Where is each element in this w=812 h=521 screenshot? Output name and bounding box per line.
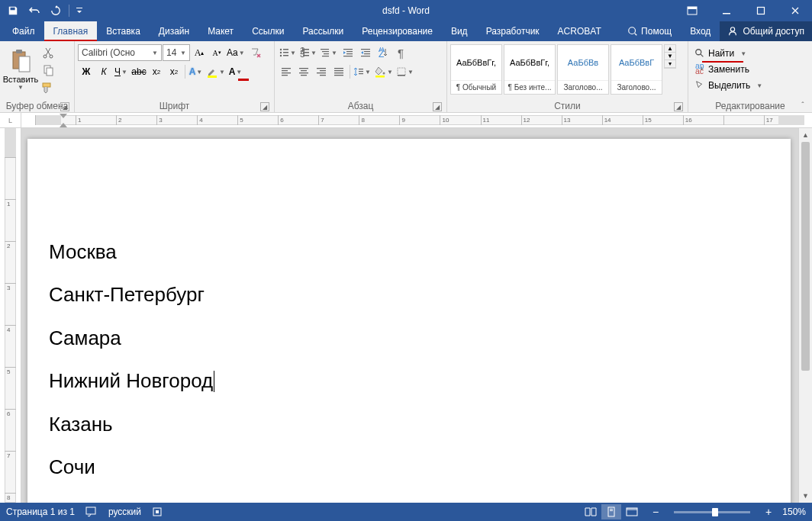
align-left-button[interactable] bbox=[278, 63, 295, 80]
highlight-button[interactable]: ▼ bbox=[205, 63, 227, 80]
align-center-button[interactable] bbox=[295, 63, 312, 80]
paragraph[interactable]: Санкт-Петербург bbox=[49, 281, 791, 308]
paragraph-dialog-launcher[interactable]: ◢ bbox=[433, 102, 442, 111]
read-mode-button[interactable] bbox=[581, 504, 601, 519]
close-button[interactable] bbox=[778, 0, 812, 21]
svg-rect-36 bbox=[364, 51, 370, 52]
decrease-indent-button[interactable] bbox=[340, 44, 356, 61]
style-item[interactable]: АаБбВвЗаголово... bbox=[557, 44, 609, 95]
paragraph[interactable]: Казань bbox=[49, 410, 791, 438]
tab-view[interactable]: Вид bbox=[442, 21, 477, 41]
subscript-button[interactable]: x2 bbox=[148, 63, 165, 80]
styles-scroll[interactable]: ▲▼▾ bbox=[664, 44, 676, 69]
strikethrough-button[interactable]: abc bbox=[130, 63, 147, 80]
font-size-combo[interactable]: 14▼ bbox=[163, 44, 190, 61]
macro-status[interactable] bbox=[152, 507, 163, 517]
tab-file[interactable]: Файл bbox=[3, 21, 44, 41]
increase-indent-button[interactable] bbox=[357, 44, 374, 61]
font-dialog-launcher[interactable]: ◢ bbox=[260, 102, 269, 111]
underline-button[interactable]: Ч▼ bbox=[113, 63, 130, 80]
svg-rect-53 bbox=[334, 68, 343, 69]
styles-dialog-launcher[interactable]: ◢ bbox=[674, 102, 683, 111]
spellcheck-status[interactable] bbox=[85, 507, 98, 517]
vertical-scrollbar[interactable]: ▲ ▼ bbox=[798, 128, 812, 503]
shrink-font-button[interactable]: A▾ bbox=[208, 44, 225, 61]
zoom-slider[interactable] bbox=[674, 511, 750, 513]
page-number-status[interactable]: Страница 1 из 1 bbox=[6, 507, 75, 517]
group-paragraph: ▼ 123▼ ▼ AZ ¶ ▼ ▼ ▼ Абзац◢ bbox=[275, 41, 447, 112]
numbering-button[interactable]: 123▼ bbox=[298, 44, 318, 61]
bold-button[interactable]: Ж bbox=[78, 63, 95, 80]
superscript-button[interactable]: x2 bbox=[166, 63, 182, 80]
change-case-button[interactable]: Aa▼ bbox=[226, 44, 246, 61]
share-button[interactable]: Общий доступ bbox=[720, 21, 812, 41]
tell-me-button[interactable]: Помощ bbox=[618, 21, 681, 41]
select-button[interactable]: Выделить▼ bbox=[691, 78, 765, 93]
clear-formatting-button[interactable] bbox=[247, 44, 264, 61]
cut-button[interactable] bbox=[40, 44, 56, 61]
grow-font-button[interactable]: A▴ bbox=[191, 44, 208, 61]
tab-home[interactable]: Главная bbox=[44, 21, 98, 41]
tab-design[interactable]: Дизайн bbox=[150, 21, 198, 41]
show-marks-button[interactable]: ¶ bbox=[392, 44, 409, 61]
ribbon-tabs: Файл Главная Вставка Дизайн Макет Ссылки… bbox=[0, 21, 812, 41]
indent-marker[interactable] bbox=[60, 114, 67, 127]
ruler-vertical[interactable]: 12345678 bbox=[0, 128, 21, 503]
ribbon-display-button[interactable] bbox=[675, 0, 709, 21]
redo-button[interactable] bbox=[46, 2, 66, 20]
paste-button[interactable]: Вставить ▼ bbox=[3, 44, 38, 95]
signin-button[interactable]: Вход bbox=[681, 21, 720, 41]
paragraph[interactable]: Москва bbox=[49, 238, 791, 265]
font-name-combo[interactable]: Calibri (Осно▼ bbox=[78, 44, 162, 61]
shading-button[interactable]: ▼ bbox=[373, 63, 395, 80]
bullets-button[interactable]: ▼ bbox=[278, 44, 298, 61]
tab-references[interactable]: Ссылки bbox=[243, 21, 293, 41]
svg-rect-62 bbox=[398, 68, 405, 76]
tab-layout[interactable]: Макет bbox=[198, 21, 243, 41]
sort-button[interactable]: AZ bbox=[375, 44, 392, 61]
svg-rect-44 bbox=[282, 75, 288, 76]
minimize-button[interactable] bbox=[709, 0, 743, 21]
tab-insert[interactable]: Вставка bbox=[97, 21, 150, 41]
tab-selector[interactable]: L bbox=[0, 113, 21, 127]
tab-developer[interactable]: Разработчик bbox=[477, 21, 549, 41]
tab-mailings[interactable]: Рассылки bbox=[293, 21, 353, 41]
italic-button[interactable]: К bbox=[95, 63, 112, 80]
undo-button[interactable] bbox=[24, 2, 44, 20]
web-layout-button[interactable] bbox=[622, 504, 642, 519]
maximize-button[interactable] bbox=[743, 0, 778, 21]
style-item[interactable]: АаБбВвГг,¶ Без инте... bbox=[504, 44, 556, 95]
customize-qat-button[interactable] bbox=[72, 2, 86, 20]
style-item[interactable]: АаБбВвГг,¶ Обычный bbox=[450, 44, 502, 95]
document-page[interactable]: МоскваСанкт-ПетербургСамараНижний Новгор… bbox=[27, 139, 791, 503]
paragraph[interactable]: Сочи bbox=[49, 453, 791, 481]
zoom-out-button[interactable]: − bbox=[652, 506, 659, 518]
find-button[interactable]: Найти▼ bbox=[691, 46, 749, 61]
multilevel-list-button[interactable]: ▼ bbox=[319, 44, 339, 61]
tab-review[interactable]: Рецензирование bbox=[353, 21, 442, 41]
styles-gallery[interactable]: АаБбВвГг,¶ ОбычныйАаБбВвГг,¶ Без инте...… bbox=[450, 44, 662, 95]
borders-button[interactable]: ▼ bbox=[395, 63, 415, 80]
ruler-horizontal[interactable]: L 1234567891011121314151617 bbox=[0, 113, 812, 128]
justify-button[interactable] bbox=[330, 63, 347, 80]
window-title: dsfd - Word bbox=[382, 5, 430, 16]
replace-button[interactable]: abacЗаменить bbox=[691, 62, 752, 77]
print-layout-button[interactable] bbox=[601, 504, 621, 519]
scrollbar-thumb[interactable] bbox=[801, 142, 810, 371]
text-effects-button[interactable]: A▼ bbox=[188, 63, 205, 80]
line-spacing-button[interactable]: ▼ bbox=[353, 63, 372, 80]
paragraph[interactable]: Самара bbox=[49, 324, 791, 352]
align-right-button[interactable] bbox=[313, 63, 330, 80]
zoom-in-button[interactable]: + bbox=[765, 506, 772, 518]
zoom-level[interactable]: 150% bbox=[782, 507, 806, 517]
save-button[interactable] bbox=[3, 2, 23, 20]
style-item[interactable]: АаБбВвГЗаголово... bbox=[611, 44, 662, 95]
paragraph[interactable]: Нижний Новгород bbox=[49, 367, 791, 394]
tab-acrobat[interactable]: ACROBAT bbox=[549, 21, 611, 41]
clipboard-dialog-launcher[interactable]: ◢ bbox=[60, 102, 69, 111]
copy-button[interactable] bbox=[40, 62, 56, 79]
format-painter-button[interactable] bbox=[40, 79, 56, 96]
collapse-ribbon-button[interactable]: ˆ bbox=[797, 100, 809, 111]
svg-rect-56 bbox=[334, 75, 343, 76]
language-status[interactable]: русский bbox=[108, 507, 141, 517]
